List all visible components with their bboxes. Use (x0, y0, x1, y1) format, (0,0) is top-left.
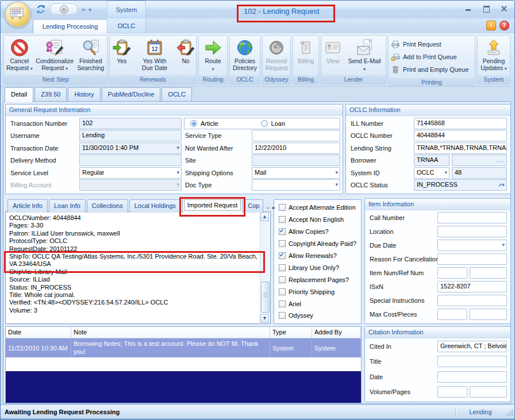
doc-type-field[interactable] (252, 179, 340, 191)
print-and-empty-queue-button[interactable]: Print and Empty Queue (391, 64, 472, 75)
subtab-scroll-right-icon[interactable]: ► (272, 205, 275, 210)
citation-volume-field[interactable] (437, 386, 467, 398)
subtab-copies-truncated[interactable]: Cop (244, 199, 263, 213)
refresh-icon[interactable] (36, 4, 46, 14)
subtab-article-info[interactable]: Article Info (7, 199, 48, 213)
lending-string-field[interactable]: TRNAB,*TRNAB,TRNAB,TRNAB, (414, 142, 507, 154)
max-cost-field[interactable] (437, 309, 467, 320)
subtab-collections[interactable]: Collections (87, 199, 128, 213)
subtab-local-holdings[interactable]: Local Holdings (129, 199, 181, 213)
route-button[interactable]: Route (199, 36, 226, 75)
checkbox-library-use-only[interactable]: Library Use Only? (279, 264, 361, 271)
transaction-number-field[interactable]: 102 (79, 118, 182, 129)
policies-directory-button[interactable]: Policies Directory (230, 36, 259, 75)
scroll-up-icon[interactable]: ▲ (260, 213, 269, 221)
send-email-button[interactable]: Send E-Mail (344, 36, 385, 75)
checkbox-copyright-already-paid[interactable]: Copyright Already Paid? (279, 240, 361, 247)
billing-button[interactable]: Billing (294, 36, 318, 75)
system-id-value-field[interactable]: 48 (452, 167, 507, 179)
service-level-field[interactable]: Regular (79, 167, 182, 179)
checkbox-allow-copies[interactable]: Allow Copies? (279, 228, 361, 235)
due-date-field[interactable] (437, 240, 507, 251)
renew-yes-due-date-button[interactable]: 12 Yes With Due Date (133, 36, 176, 75)
delivery-method-field[interactable] (79, 155, 182, 166)
site-field[interactable] (252, 155, 340, 166)
pending-updates-button[interactable]: Pending Updates (478, 36, 509, 75)
call-number-field[interactable] (437, 212, 507, 224)
help-icon[interactable]: ? (499, 21, 509, 30)
service-type-field[interactable] (252, 130, 340, 141)
cancel-request-button[interactable]: Cancel Request (5, 36, 34, 75)
transaction-date-field[interactable]: 11/30/2010 1:40 PM (79, 142, 182, 154)
tab-history[interactable]: History (68, 87, 100, 101)
close-button[interactable] (500, 5, 508, 12)
view-button[interactable]: View (322, 36, 344, 75)
citation-pages-field[interactable] (470, 386, 507, 398)
subtab-imported-request[interactable]: Imported Request (182, 198, 243, 213)
ill-number-field[interactable]: 71445868 (414, 118, 507, 129)
citation-title-field[interactable] (437, 356, 507, 367)
checkbox-replacement-pages[interactable]: Replacement Pages? (279, 276, 361, 283)
renew-yes-button[interactable]: Yes (110, 36, 133, 75)
qat-overflow-icon[interactable]: » (82, 6, 84, 13)
reason-for-cancellation-field[interactable] (437, 253, 507, 265)
ref-num-field[interactable] (470, 267, 507, 279)
refresh-status-icon[interactable] (498, 182, 505, 188)
oclc-status-field[interactable]: IN_PROCESS (414, 179, 507, 191)
tab-z3950[interactable]: Z39.50 (34, 87, 67, 101)
column-header[interactable]: Added By (312, 327, 361, 338)
conditionalize-request-button[interactable]: Conditionalize Request (34, 36, 75, 75)
checkbox-odyssey[interactable]: Odyssey (279, 312, 361, 319)
tab-detail[interactable]: Detail (5, 87, 33, 102)
scrollbar-thumb[interactable] (261, 282, 270, 313)
imported-request-textarea[interactable]: OCLCNumber: 40448844 Pages: 3-30 Patron:… (5, 211, 271, 324)
subtab-loan-info[interactable]: Loan Info (49, 199, 86, 213)
resize-grip[interactable] (505, 408, 513, 416)
checkbox-accept-alternate-edition[interactable]: Accept Alternate Edition (279, 204, 361, 211)
qat-dropdown-icon[interactable] (89, 6, 91, 13)
borrower-field[interactable]: TRNAA (414, 155, 449, 166)
minimize-button[interactable] (464, 5, 472, 12)
print-request-button[interactable]: Print Request (391, 39, 472, 49)
column-header[interactable]: Date (6, 327, 71, 338)
cited-in-field[interactable]: Greenwich, CT ; Belvoir P (437, 341, 507, 352)
article-radio[interactable] (190, 120, 197, 127)
borrower-lookup-button[interactable]: ... (452, 155, 507, 166)
pieces-field[interactable] (470, 309, 507, 320)
app-menu-button[interactable] (5, 1, 31, 28)
subtab-scroll-left-icon[interactable]: ◄ (266, 205, 269, 210)
special-instructions-field[interactable] (437, 295, 507, 306)
citation-date-field[interactable] (437, 371, 507, 383)
add-to-print-queue-button[interactable]: Add to Print Queue (391, 52, 472, 62)
ribbon-tab-oclc[interactable]: OCLC (107, 19, 146, 33)
isxn-field[interactable]: 1522-8207 (437, 281, 507, 292)
renew-no-button[interactable]: No (176, 36, 195, 75)
maximize-button[interactable] (482, 5, 490, 12)
location-field[interactable] (437, 226, 507, 237)
note-date-cell: 11/22/2010 10:30 AM (6, 338, 71, 357)
collapse-ribbon-button[interactable] (50, 3, 78, 15)
tab-pubmed-docline[interactable]: PubMed/Docline (102, 87, 161, 101)
checkbox-box (279, 252, 286, 259)
notification-icon[interactable]: i (486, 21, 496, 30)
checkbox-priority-shipping[interactable]: Priority Shipping (279, 288, 361, 295)
shipping-options-field[interactable]: Mail (252, 167, 340, 179)
note-row-selected[interactable]: 11/22/2010 10:30 AM Borrowing Notes; Thi… (6, 338, 361, 357)
oclc-number-field[interactable]: 40448844 (414, 130, 507, 141)
scroll-down-icon[interactable]: ▼ (260, 314, 269, 323)
checkbox-ariel[interactable]: Ariel (279, 300, 361, 307)
username-field[interactable]: Lending (79, 130, 182, 141)
checkbox-accept-non-english[interactable]: Accept Non English (279, 216, 361, 223)
ribbon-tab-lending-processing[interactable]: Lending Processing (33, 19, 107, 33)
resend-request-button[interactable]: Resend Request (263, 36, 290, 75)
item-num-field[interactable] (437, 267, 467, 279)
textarea-scrollbar[interactable]: ▲ ▼ (260, 213, 270, 323)
not-wanted-after-field[interactable]: 12/22/2010 (252, 142, 340, 154)
checkbox-allow-renewals[interactable]: Allow Renewals? (279, 252, 361, 259)
finished-searching-button[interactable]: Finished Searching (75, 36, 106, 75)
system-id-field[interactable]: OCLC (414, 167, 449, 179)
tab-oclc[interactable]: OCLC (162, 87, 192, 101)
loan-radio[interactable] (261, 120, 268, 127)
billing-account-field[interactable] (79, 179, 182, 191)
column-header[interactable]: Note (71, 327, 270, 338)
